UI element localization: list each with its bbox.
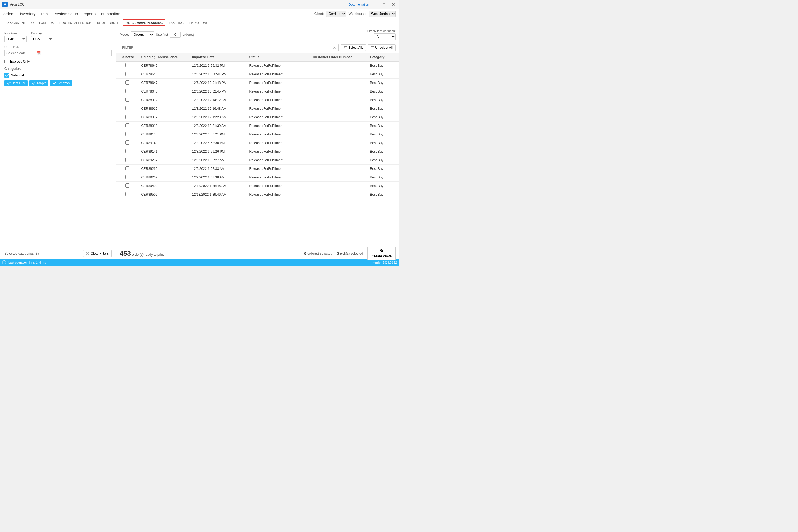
select-all-checkbox[interactable] [4, 73, 10, 78]
subnav-route-order[interactable]: ROUTE ORDER [95, 20, 122, 25]
table-row: CER89499 12/13/2022 1:38:46 AM ReleasedF… [116, 182, 399, 190]
subnav-open-orders[interactable]: OPEN ORDERS [29, 20, 56, 25]
row-checkbox-cell[interactable] [116, 130, 138, 139]
row-checkbox-cell[interactable] [116, 61, 138, 70]
warehouse-select[interactable]: West Jordan [368, 11, 396, 17]
row-checkbox-cell[interactable] [116, 96, 138, 104]
row-category: Best Buy [367, 87, 399, 96]
orders-table-wrapper[interactable]: Selected Shipping License Plate Imported… [116, 53, 399, 248]
row-checkbox[interactable] [125, 149, 129, 153]
row-customer [310, 104, 367, 113]
client-select[interactable]: Cerritus [326, 11, 346, 17]
row-slp: CER88917 [138, 113, 190, 122]
row-checkbox[interactable] [125, 89, 129, 93]
express-only-checkbox[interactable] [4, 60, 8, 63]
pick-area-select[interactable]: DR01 [4, 36, 26, 42]
maximize-button[interactable]: □ [381, 2, 387, 7]
close-button[interactable]: ✕ [390, 2, 397, 7]
calendar-icon[interactable]: 📅 [35, 50, 42, 56]
row-checkbox-cell[interactable] [116, 104, 138, 113]
row-customer [310, 147, 367, 156]
nav-reports[interactable]: reports [83, 11, 96, 17]
filter-clear-icon[interactable]: ✕ [333, 45, 336, 50]
categories-label: Categories: [4, 67, 112, 71]
unselect-all-btn-label: Unselect All [375, 46, 393, 50]
express-only-label[interactable]: Express Only [4, 60, 30, 63]
row-date: 12/6/2022 10:01:48 PM [189, 79, 246, 87]
row-category: Best Buy [367, 61, 399, 70]
row-checkbox-cell[interactable] [116, 190, 138, 199]
use-first-input[interactable] [170, 32, 180, 38]
th-slp: Shipping License Plate [138, 53, 190, 61]
row-checkbox-cell[interactable] [116, 122, 138, 130]
row-status: ReleasedForFulfillment [246, 122, 310, 130]
nav-automation[interactable]: automation [101, 11, 120, 17]
row-category: Best Buy [367, 70, 399, 79]
documentation-link[interactable]: Documentation [348, 3, 369, 6]
row-date: 12/9/2022 1:06:27 AM [189, 156, 246, 165]
orders-table: Selected Shipping License Plate Imported… [116, 53, 399, 199]
table-row: CER89262 12/9/2022 1:08:38 AM ReleasedFo… [116, 173, 399, 182]
row-checkbox[interactable] [125, 106, 129, 110]
clear-filters-button[interactable]: Clear Filters [83, 250, 112, 257]
row-checkbox-cell[interactable] [116, 139, 138, 147]
select-all-button[interactable]: Select AlL [341, 44, 366, 51]
subnav-end-of-day[interactable]: END OF DAY [187, 20, 210, 25]
status-spinner [2, 261, 6, 264]
row-checkbox[interactable] [125, 80, 129, 84]
country-label: Country: [31, 32, 53, 35]
row-checkbox-cell[interactable] [116, 182, 138, 190]
row-checkbox-cell[interactable] [116, 79, 138, 87]
title-bar-left: A Arca LOC [2, 2, 25, 7]
row-checkbox[interactable] [125, 158, 129, 162]
subnav-retail-wave-planning[interactable]: RETAIL WAVE PLANNING [123, 19, 166, 26]
row-checkbox[interactable] [125, 123, 129, 128]
row-checkbox[interactable] [125, 192, 129, 196]
subnav-assignment[interactable]: ASSIGNMENT [3, 20, 28, 25]
row-checkbox-cell[interactable] [116, 147, 138, 156]
country-group: Country: USA [31, 32, 53, 42]
category-chip-target[interactable]: Target [30, 80, 49, 86]
row-checkbox-cell[interactable] [116, 87, 138, 96]
nav-orders[interactable]: orders [3, 11, 14, 17]
row-customer [310, 61, 367, 70]
row-checkbox[interactable] [125, 63, 129, 67]
row-checkbox[interactable] [125, 72, 129, 76]
row-checkbox[interactable] [125, 140, 129, 145]
row-checkbox-cell[interactable] [116, 165, 138, 173]
row-checkbox[interactable] [125, 175, 129, 179]
category-chip-bestbuy[interactable]: Best Buy [4, 80, 28, 86]
subnav-labeling[interactable]: LABELING [167, 20, 186, 25]
row-status: ReleasedForFulfillment [246, 139, 310, 147]
filter-input[interactable] [122, 46, 333, 50]
main-content: Pick Area: DR01 Country: USA Up To Date:… [0, 27, 399, 248]
row-checkbox[interactable] [125, 184, 129, 188]
subnav-routing-selection[interactable]: ROUTING SELECTION [57, 20, 94, 25]
filter-search-row: ✕ Select AlL Unselect All [116, 42, 399, 53]
nav-system-setup[interactable]: system setup [55, 11, 78, 17]
row-checkbox-cell[interactable] [116, 70, 138, 79]
minimize-button[interactable]: – [373, 2, 378, 7]
unselect-all-button[interactable]: Unselect All [368, 44, 396, 51]
create-wave-button[interactable]: ✎ Create Wave [367, 247, 396, 260]
nav-retail[interactable]: retail [41, 11, 50, 17]
row-customer [310, 79, 367, 87]
row-checkbox[interactable] [125, 115, 129, 119]
mode-select[interactable]: Orders [131, 31, 154, 38]
category-chip-amazon[interactable]: Amazon [50, 80, 72, 86]
row-checkbox-cell[interactable] [116, 113, 138, 122]
table-row: CER78647 12/6/2022 10:01:48 PM ReleasedF… [116, 79, 399, 87]
country-select[interactable]: USA [31, 36, 53, 42]
row-category: Best Buy [367, 139, 399, 147]
orders-selected-label: order(s) selected [307, 252, 332, 255]
row-checkbox[interactable] [125, 132, 129, 136]
row-slp: CER89499 [138, 182, 190, 190]
row-date: 12/8/2022 6:59:26 PM [189, 147, 246, 156]
nav-inventory[interactable]: inventory [20, 11, 36, 17]
row-checkbox[interactable] [125, 166, 129, 170]
row-checkbox-cell[interactable] [116, 156, 138, 165]
variation-select[interactable]: All [374, 33, 396, 40]
row-checkbox[interactable] [125, 97, 129, 102]
row-checkbox-cell[interactable] [116, 173, 138, 182]
date-input[interactable] [5, 51, 35, 56]
